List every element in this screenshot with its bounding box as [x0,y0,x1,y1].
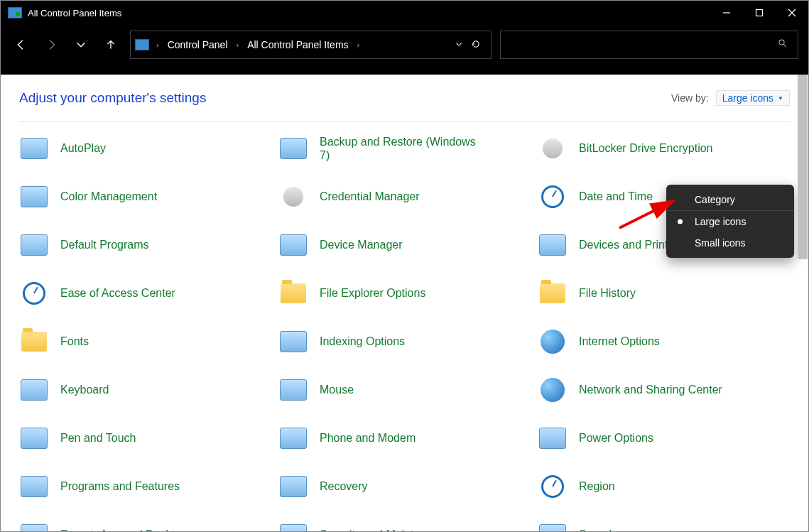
item-label: Power Options [579,431,653,445]
power-icon [538,423,568,453]
minimize-button[interactable] [710,1,743,25]
dropdown-item-small-icons[interactable]: Small icons [666,232,794,254]
nav-up-button[interactable] [100,34,121,55]
item-label: File Explorer Options [320,286,425,300]
divider [19,121,790,122]
programs-icon [19,472,49,501]
item-label: BitLocker Drive Encryption [579,141,713,155]
svg-line-5 [783,44,786,47]
item-label: Backup and Restore (Windows 7) [320,135,476,162]
item-label: Ease of Access Center [60,286,175,300]
item-label: RemoteApp and Desktop [60,528,188,531]
indexing-icon [278,327,308,357]
control-panel-item[interactable]: Backup and Restore (Windows 7) [278,131,531,166]
control-panel-item[interactable]: Power Options [538,420,790,456]
svg-rect-1 [756,10,763,16]
chevron-right-icon[interactable]: › [354,40,363,49]
control-panel-item[interactable]: AutoPlay [19,131,271,166]
bitlocker-icon [538,134,568,163]
nav-forward-button[interactable] [40,34,62,55]
control-panel-item[interactable]: Fonts [19,324,271,359]
item-label: Device Manager [320,238,403,251]
sound-icon [538,520,568,531]
control-panel-item[interactable]: Default Programs [19,227,271,263]
control-panel-item[interactable]: Mouse [278,372,531,408]
dropdown-item-category[interactable]: Category [666,189,794,211]
recovery-icon [278,472,308,501]
item-label: File History [579,286,636,300]
backup-icon [278,134,308,163]
item-label: Phone and Modem [320,431,416,445]
item-label: Default Programs [60,238,149,251]
item-label: Security and Maintenance [320,528,451,531]
control-panel-item[interactable]: Recovery [278,469,531,504]
control-panel-item[interactable]: Credential Manager [278,179,531,215]
scrollbar-thumb[interactable] [798,75,808,259]
history-chevron-down-icon[interactable] [454,39,464,51]
breadcrumb-root[interactable]: Control Panel [166,36,229,53]
search-input[interactable] [500,31,798,59]
chevron-right-icon[interactable]: › [153,40,162,49]
control-panel-item[interactable]: Sound [538,517,790,531]
control-panel-item[interactable]: Ease of Access Center [19,276,271,311]
control-panel-item[interactable]: Programs and Features [19,469,271,504]
close-button[interactable] [776,1,808,25]
control-panel-item[interactable]: File History [538,276,790,311]
control-panel-item[interactable]: Region [538,469,790,504]
address-bar[interactable]: › Control Panel › All Control Panel Item… [130,31,492,59]
control-panel-item[interactable]: Color Management [19,179,271,215]
control-panel-item[interactable]: BitLocker Drive Encryption [538,131,790,166]
chevron-down-icon: ▼ [778,95,783,102]
keyboard-icon [19,375,49,405]
control-panel-item[interactable]: Keyboard [19,372,271,408]
maximize-button[interactable] [743,1,776,25]
app-icon [8,7,22,18]
control-panel-item[interactable]: RemoteApp and Desktop [19,517,271,531]
svg-point-4 [779,40,784,45]
chevron-right-icon[interactable]: › [234,40,242,49]
control-panel-item[interactable]: Internet Options [538,324,790,359]
viewby-control: View by: Large icons ▼ [671,90,790,106]
control-panel-item[interactable]: Pen and Touch [19,420,271,456]
internet-icon [538,327,568,357]
defaults-icon [19,230,49,260]
window-title: All Control Panel Items [28,8,710,18]
item-label: Indexing Options [320,335,405,348]
mouse-icon [278,375,308,405]
explorer-icon [278,278,308,308]
control-panel-item[interactable]: Indexing Options [278,324,531,359]
item-label: Programs and Features [60,479,180,493]
item-label: Credential Manager [320,190,420,203]
item-label: Region [579,479,615,493]
fonts-icon [19,327,49,357]
control-panel-item[interactable]: Network and Sharing Center [538,372,790,408]
control-panel-item[interactable]: Phone and Modem [278,420,531,456]
viewby-dropdown-button[interactable]: Large icons ▼ [716,90,790,106]
refresh-icon[interactable] [471,39,481,51]
item-label: Mouse [320,383,354,396]
item-label: Sound [579,528,612,531]
item-label: Date and Time [579,190,653,203]
viewby-label: View by: [671,92,709,104]
item-label: Color Management [60,190,157,203]
phone-icon [278,423,308,453]
nav-back-button[interactable] [11,34,32,55]
titlebar: All Control Panel Items [1,1,808,25]
region-icon [538,472,568,501]
item-label: Keyboard [60,383,109,396]
search-icon [778,38,788,51]
dropdown-item-large-icons[interactable]: Large icons [666,211,794,232]
printers-icon [538,230,568,260]
control-panel-item[interactable]: Device Manager [278,227,531,263]
control-panel-item[interactable]: File Explorer Options [278,276,531,311]
network-icon [538,375,568,405]
device-icon [278,230,308,260]
breadcrumb-current[interactable]: All Control Panel Items [246,36,349,53]
nav-recent-button[interactable] [70,34,92,55]
item-label: Internet Options [579,335,660,348]
location-icon [135,39,149,50]
control-panel-item[interactable]: Security and Maintenance [278,517,531,531]
credential-icon [278,182,308,212]
autoplay-icon [19,134,49,163]
vertical-scrollbar[interactable] [798,75,808,531]
